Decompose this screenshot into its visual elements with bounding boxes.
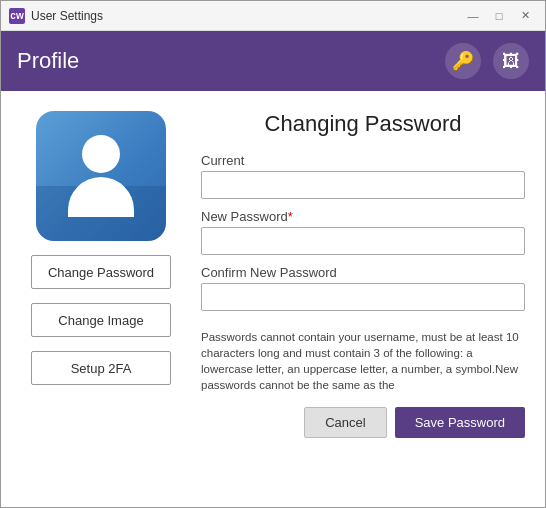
- required-star-new: *: [288, 209, 293, 224]
- confirm-password-group: Confirm New Password: [201, 265, 525, 311]
- section-title: Changing Password: [201, 111, 525, 137]
- avatar-body: [68, 177, 134, 217]
- avatar-head: [82, 135, 120, 173]
- avatar-figure: [68, 135, 134, 217]
- window-title: User Settings: [31, 9, 461, 23]
- window-controls: — □ ✕: [461, 7, 537, 25]
- new-password-input[interactable]: [201, 227, 525, 255]
- close-button[interactable]: ✕: [513, 7, 537, 25]
- confirm-password-input[interactable]: [201, 283, 525, 311]
- confirm-label: Confirm New Password: [201, 265, 525, 280]
- header-bar: Profile 🔑 🖼: [1, 31, 545, 91]
- title-bar: cw User Settings — □ ✕: [1, 1, 545, 31]
- current-label: Current: [201, 153, 525, 168]
- current-password-input[interactable]: [201, 171, 525, 199]
- image-icon-button[interactable]: 🖼: [493, 43, 529, 79]
- change-password-button[interactable]: Change Password: [31, 255, 171, 289]
- left-panel: Change Password Change Image Setup 2FA: [21, 111, 181, 487]
- hint-text: Passwords cannot contain your username, …: [201, 329, 525, 393]
- maximize-button[interactable]: □: [487, 7, 511, 25]
- change-image-button[interactable]: Change Image: [31, 303, 171, 337]
- right-panel: Changing Password Current New Password* …: [201, 111, 525, 487]
- avatar: [36, 111, 166, 241]
- app-window: cw User Settings — □ ✕ Profile 🔑 🖼: [0, 0, 546, 508]
- new-password-group: New Password*: [201, 209, 525, 255]
- setup-2fa-button[interactable]: Setup 2FA: [31, 351, 171, 385]
- image-icon: 🖼: [502, 51, 520, 72]
- form-actions: Cancel Save Password: [201, 407, 525, 438]
- app-icon: cw: [9, 8, 25, 24]
- current-password-group: Current: [201, 153, 525, 199]
- key-icon-button[interactable]: 🔑: [445, 43, 481, 79]
- new-password-label: New Password*: [201, 209, 525, 224]
- save-password-button[interactable]: Save Password: [395, 407, 525, 438]
- cancel-button[interactable]: Cancel: [304, 407, 386, 438]
- main-content: Change Password Change Image Setup 2FA C…: [1, 91, 545, 507]
- minimize-button[interactable]: —: [461, 7, 485, 25]
- key-icon: 🔑: [452, 50, 474, 72]
- header-icons: 🔑 🖼: [445, 43, 529, 79]
- header-title: Profile: [17, 48, 79, 74]
